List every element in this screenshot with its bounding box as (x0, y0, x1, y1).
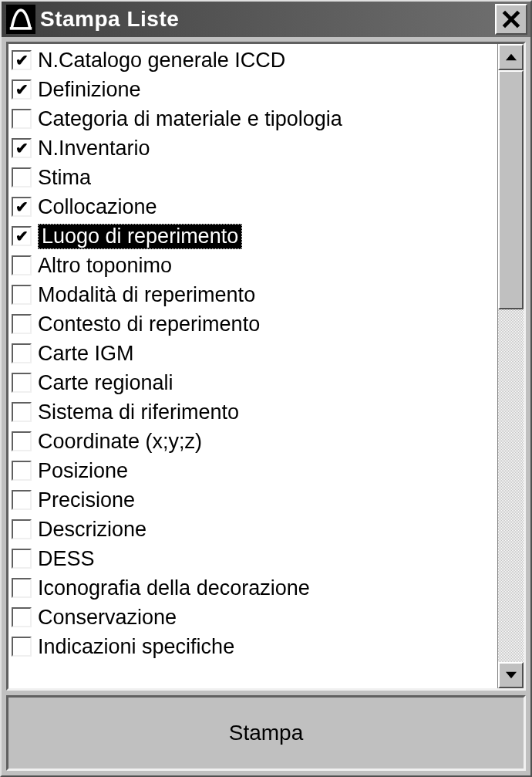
checkbox[interactable] (12, 226, 32, 246)
list-item-label: Modalità di reperimento (38, 283, 255, 307)
list-item[interactable]: Categoria di materiale e tipologia (8, 104, 497, 133)
list-item-label: Indicazioni specifiche (38, 635, 234, 659)
list-item[interactable]: Carte IGM (8, 339, 497, 368)
list-item[interactable]: Contesto di reperimento (8, 309, 497, 339)
list-item-label: Iconografia della decorazione (38, 576, 310, 600)
list-item-label: Precisione (38, 488, 135, 512)
checkbox[interactable] (12, 373, 32, 393)
app-icon (6, 5, 35, 34)
list-item[interactable]: Iconografia della decorazione (8, 573, 497, 603)
dialog-window: Stampa Liste N.Catalogo generale ICCDDef… (0, 0, 532, 777)
checkbox[interactable] (12, 431, 32, 451)
list-item[interactable]: Carte regionali (8, 368, 497, 397)
checkbox[interactable] (12, 402, 32, 422)
list-item-label: N.Inventario (38, 137, 150, 160)
list-item[interactable]: Posizione (8, 456, 497, 485)
list-item-label: Descrizione (38, 518, 146, 542)
list-item-label: Altro toponimo (38, 254, 172, 278)
scroll-track[interactable] (498, 70, 524, 662)
list-item[interactable]: Indicazioni specifiche (8, 632, 497, 661)
list-item[interactable]: Coordinate (x;y;z) (8, 427, 497, 456)
list-item-label: Carte regionali (38, 371, 173, 395)
arrow-up-icon (506, 53, 517, 61)
svg-marker-5 (506, 672, 517, 678)
list-item-label: Categoria di materiale e tipologia (38, 107, 342, 131)
window-title: Stampa Liste (40, 7, 495, 32)
checkbox[interactable] (12, 138, 32, 158)
content-frame: N.Catalogo generale ICCDDefinizioneCateg… (6, 42, 526, 691)
list-item[interactable]: Definizione (8, 75, 497, 104)
list-item[interactable]: Luogo di reperimento (8, 221, 497, 251)
list-item[interactable]: Altro toponimo (8, 251, 497, 280)
checkbox[interactable] (12, 109, 32, 129)
checkbox[interactable] (12, 490, 32, 510)
checkbox[interactable] (12, 607, 32, 627)
checkbox[interactable] (12, 519, 32, 539)
close-button[interactable] (495, 4, 527, 35)
titlebar[interactable]: Stampa Liste (2, 2, 530, 37)
list-item-label: Contesto di reperimento (38, 312, 260, 336)
list-item-label: Posizione (38, 459, 128, 483)
list-item[interactable]: N.Catalogo generale ICCD (8, 46, 497, 75)
print-button[interactable]: Stampa (18, 707, 514, 759)
field-listbox[interactable]: N.Catalogo generale ICCDDefinizioneCateg… (8, 44, 497, 688)
vertical-scrollbar[interactable] (497, 44, 524, 688)
checkbox[interactable] (12, 549, 32, 569)
arrow-down-icon (506, 671, 517, 679)
list-item[interactable]: Collocazione (8, 192, 497, 221)
list-item-label: Stima (38, 166, 91, 190)
list-item-label: Collocazione (38, 195, 157, 219)
list-item-label: Carte IGM (38, 342, 134, 366)
list-item-label: Conservazione (38, 606, 177, 630)
list-item[interactable]: Modalità di reperimento (8, 280, 497, 309)
checkbox[interactable] (12, 343, 32, 363)
checkbox[interactable] (12, 461, 32, 481)
checkbox[interactable] (12, 50, 32, 70)
list-item-label: Sistema di riferimento (38, 400, 239, 424)
listbox-wrapper: N.Catalogo generale ICCDDefinizioneCateg… (8, 44, 524, 688)
list-item[interactable]: Descrizione (8, 515, 497, 544)
list-item-label: Definizione (38, 78, 141, 102)
list-item-label: Luogo di reperimento (38, 224, 242, 249)
button-bar: Stampa (6, 695, 526, 771)
list-item[interactable]: Precisione (8, 485, 497, 515)
scroll-down-button[interactable] (498, 662, 524, 688)
list-item-label: Coordinate (x;y;z) (38, 430, 202, 454)
list-item[interactable]: DESS (8, 544, 497, 573)
checkbox[interactable] (12, 637, 32, 657)
checkbox[interactable] (12, 79, 32, 100)
close-icon (502, 10, 520, 29)
list-item-label: N.Catalogo generale ICCD (38, 49, 285, 73)
list-item[interactable]: N.Inventario (8, 133, 497, 163)
checkbox[interactable] (12, 285, 32, 305)
list-item[interactable]: Stima (8, 163, 497, 192)
checkbox[interactable] (12, 578, 32, 598)
scroll-up-button[interactable] (498, 44, 524, 70)
list-item[interactable]: Conservazione (8, 603, 497, 632)
checkbox[interactable] (12, 314, 32, 334)
svg-marker-4 (506, 54, 517, 60)
list-item[interactable]: Sistema di riferimento (8, 397, 497, 427)
list-item-label: DESS (38, 547, 95, 571)
checkbox[interactable] (12, 167, 32, 187)
checkbox[interactable] (12, 255, 32, 275)
checkbox[interactable] (12, 197, 32, 217)
scroll-thumb[interactable] (498, 70, 524, 309)
